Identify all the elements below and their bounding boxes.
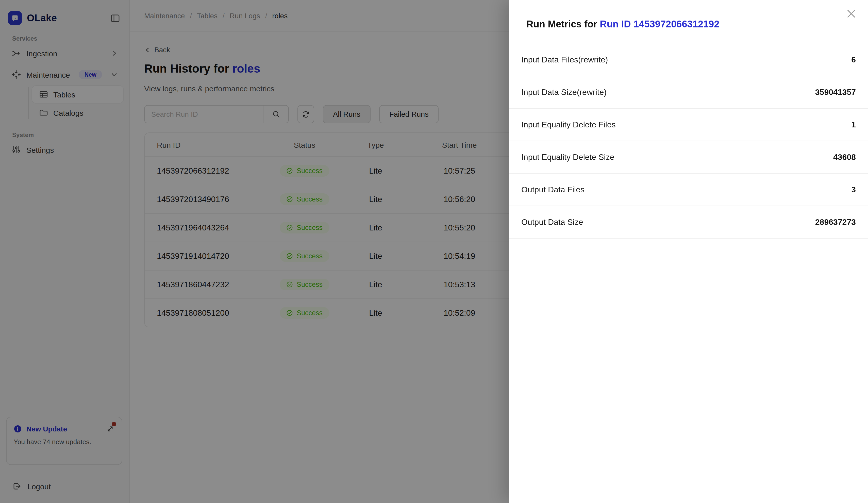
drawer-title-prefix: Run Metrics for <box>526 19 600 29</box>
metric-row: Output Data Files 3 <box>509 174 868 206</box>
drawer-header: Run Metrics for Run ID 1453972066312192 <box>509 0 868 44</box>
metric-row: Input Data Files(rewrite) 6 <box>509 44 868 76</box>
metric-value: 43608 <box>833 153 856 162</box>
metric-value: 6 <box>851 55 856 64</box>
modal-backdrop[interactable] <box>0 0 509 503</box>
metric-label: Output Data Size <box>521 217 583 227</box>
metric-value: 359041357 <box>815 88 856 97</box>
metric-row: Input Equality Delete Files 1 <box>509 109 868 141</box>
metric-label: Input Data Files(rewrite) <box>521 55 608 64</box>
metric-label: Input Equality Delete Files <box>521 120 616 129</box>
metric-row: Output Data Size 289637273 <box>509 206 868 238</box>
metric-label: Input Equality Delete Size <box>521 153 614 162</box>
drawer-title: Run Metrics for Run ID 1453972066312192 <box>526 19 719 30</box>
metric-label: Input Data Size(rewrite) <box>521 88 607 97</box>
metric-row: Input Equality Delete Size 43608 <box>509 141 868 174</box>
metric-value: 1 <box>851 120 856 129</box>
metric-value: 3 <box>851 185 856 194</box>
metric-row: Input Data Size(rewrite) 359041357 <box>509 76 868 109</box>
drawer-title-run-id-link[interactable]: Run ID 1453972066312192 <box>600 19 719 29</box>
close-icon[interactable] <box>846 8 857 19</box>
metric-label: Output Data Files <box>521 185 585 194</box>
metric-value: 289637273 <box>815 217 856 227</box>
run-metrics-drawer: Run Metrics for Run ID 1453972066312192 … <box>509 0 868 503</box>
